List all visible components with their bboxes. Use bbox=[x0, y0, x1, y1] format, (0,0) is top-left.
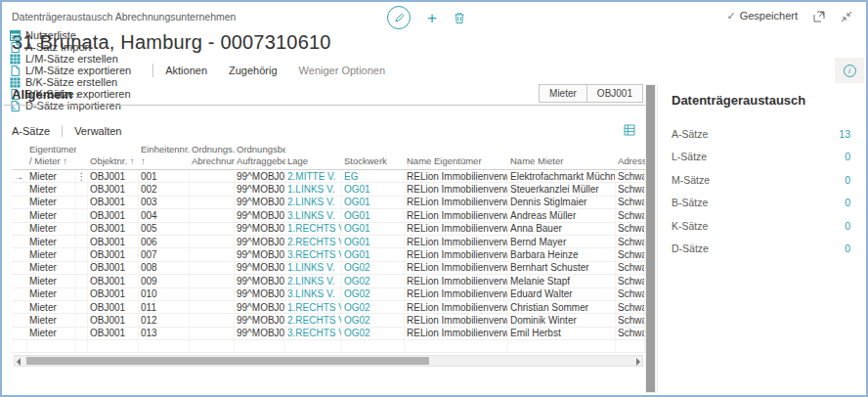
cell-ordnungsbe_auftraggeber[interactable]: 99^MOBJ001... bbox=[235, 248, 285, 260]
row-menu-icon[interactable] bbox=[76, 288, 88, 300]
cell-name_mieter[interactable]: Melanie Stapf bbox=[508, 275, 616, 287]
info-icon[interactable]: i bbox=[844, 65, 856, 77]
cell-einheitennr[interactable]: 002 bbox=[139, 183, 190, 195]
cell-name_mieter[interactable]: Steuerkanzlei Müller bbox=[508, 183, 616, 195]
cell-name_eigentuemer[interactable]: RELion Immobilienverwaltung ... bbox=[405, 170, 508, 182]
factbox-item-value[interactable]: 0 bbox=[845, 151, 850, 162]
row-menu-icon[interactable] bbox=[76, 248, 88, 260]
cell-stockwerk[interactable]: OG02 bbox=[342, 314, 405, 326]
scroll-left-arrow-icon[interactable] bbox=[17, 358, 21, 366]
cell-adresse[interactable]: Schwan bbox=[616, 248, 645, 260]
cell-name_mieter[interactable]: Elektrofachmarkt Müchner Gm... bbox=[508, 170, 616, 182]
row-selector-arrow-icon[interactable] bbox=[12, 248, 27, 260]
delete-button[interactable] bbox=[454, 12, 465, 24]
cell-owner[interactable]: Mieter bbox=[27, 301, 76, 313]
cell-owner[interactable]: Mieter bbox=[27, 262, 76, 274]
cell-objektnr[interactable]: OBJ001 bbox=[88, 288, 139, 300]
row-selector-arrow-icon[interactable] bbox=[12, 314, 27, 326]
row-selector-arrow-icon[interactable] bbox=[12, 301, 27, 313]
row-menu-icon[interactable] bbox=[76, 275, 88, 287]
menu-aktionen[interactable]: Aktionen bbox=[165, 65, 207, 76]
cell-ordnungs_abrechnung[interactable] bbox=[190, 236, 235, 247]
cell-einheitennr[interactable]: 010 bbox=[139, 288, 190, 300]
cell-name_mieter[interactable]: Dominik Winter bbox=[508, 314, 616, 326]
tab-verwalten[interactable]: Verwalten bbox=[74, 125, 121, 137]
cell-name_eigentuemer[interactable]: RELion Immobilienverwaltung ... bbox=[405, 223, 508, 235]
cell-name_eigentuemer[interactable]: RELion Immobilienverwaltung ... bbox=[405, 183, 508, 195]
cell-owner[interactable]: Mieter bbox=[27, 223, 76, 235]
cell-lage[interactable]: 2.MITTE V. bbox=[285, 170, 342, 182]
table-row[interactable]: →Mieter⋮OBJ00100199^MOBJ001...2.MITTE V.… bbox=[12, 170, 645, 183]
cell-lage[interactable]: 2.LINKS V. bbox=[285, 197, 342, 208]
cell-einheitennr[interactable]: 013 bbox=[139, 328, 190, 339]
cell-ordnungsbe_auftraggeber[interactable]: 99^MOBJ001... bbox=[235, 275, 285, 287]
factbox-item-value[interactable]: 13 bbox=[839, 128, 850, 140]
toolbar-lm-saetze-exportieren[interactable]: L/M-Sätze exportieren bbox=[10, 65, 131, 76]
cell-lage[interactable]: 1.RECHTS V. bbox=[285, 301, 342, 313]
table-row[interactable]: MieterOBJ00100799^MOBJ001...3.RECHTS V.O… bbox=[12, 248, 645, 261]
cell-adresse[interactable]: Schwan bbox=[616, 328, 645, 339]
cell-owner[interactable]: Mieter bbox=[27, 197, 76, 208]
cell-einheitennr[interactable]: 005 bbox=[139, 223, 190, 235]
cell-ordnungs_abrechnung[interactable] bbox=[190, 209, 235, 221]
cell-lage[interactable]: 3.LINKS V. bbox=[285, 209, 342, 221]
cell-objektnr[interactable]: OBJ001 bbox=[88, 209, 139, 221]
cell-name_eigentuemer[interactable]: RELion Immobilienverwaltung ... bbox=[405, 328, 508, 339]
cell-objektnr[interactable]: OBJ001 bbox=[88, 223, 139, 235]
cell-ordnungs_abrechnung[interactable] bbox=[190, 288, 235, 300]
cell-ordnungsbe_auftraggeber[interactable]: 99^MOBJ001... bbox=[235, 197, 285, 208]
cell-name_eigentuemer[interactable]: RELion Immobilienverwaltung ... bbox=[405, 248, 508, 260]
cell-owner[interactable]: Mieter bbox=[27, 236, 76, 247]
cell-adresse[interactable]: Schwan bbox=[616, 314, 645, 326]
cell-name_eigentuemer[interactable]: RELion Immobilienverwaltung ... bbox=[405, 314, 508, 326]
objekt-button[interactable]: OBJ001 bbox=[587, 84, 643, 103]
table-row[interactable]: MieterOBJ00100599^MOBJ001...1.RECHTS V.O… bbox=[12, 223, 645, 236]
cell-stockwerk[interactable]: OG02 bbox=[342, 301, 405, 313]
row-menu-icon[interactable] bbox=[76, 183, 88, 195]
cell-ordnungsbe_auftraggeber[interactable]: 99^MOBJ001... bbox=[235, 223, 285, 235]
cell-adresse[interactable]: Schwan bbox=[616, 170, 645, 182]
cell-name_mieter[interactable]: Christian Sommer bbox=[508, 301, 616, 313]
row-selector-arrow-icon[interactable] bbox=[12, 262, 27, 274]
cell-owner[interactable]: Mieter bbox=[27, 183, 76, 195]
cell-ordnungs_abrechnung[interactable] bbox=[190, 170, 235, 182]
less-options-button[interactable]: Weniger Optionen bbox=[299, 65, 385, 76]
new-button[interactable]: + bbox=[427, 10, 437, 26]
column-header-name_eigentuemer[interactable]: Name Eigentümer bbox=[405, 155, 508, 169]
cell-einheitennr[interactable]: 006 bbox=[139, 236, 190, 247]
cell-ordnungsbe_auftraggeber[interactable]: 99^MOBJ001... bbox=[235, 314, 285, 326]
cell-einheitennr[interactable]: 009 bbox=[139, 275, 190, 287]
toolbar-nutzerliste[interactable]: Nutzerliste bbox=[10, 29, 131, 41]
table-row[interactable]: MieterOBJ00100899^MOBJ001...1.LINKS V.OG… bbox=[12, 262, 645, 275]
row-menu-icon[interactable] bbox=[76, 209, 88, 221]
cell-stockwerk[interactable]: OG01 bbox=[342, 223, 405, 235]
menu-zugehoerig[interactable]: Zugehörig bbox=[229, 65, 278, 76]
cell-ordnungs_abrechnung[interactable] bbox=[190, 262, 235, 274]
cell-einheitennr[interactable]: 003 bbox=[139, 197, 190, 208]
cell-owner[interactable]: Mieter bbox=[27, 314, 76, 326]
cell-name_eigentuemer[interactable]: RELion Immobilienverwaltung ... bbox=[405, 301, 508, 313]
cell-ordnungsbe_auftraggeber[interactable]: 99^MOBJ001... bbox=[235, 262, 285, 274]
table-row[interactable]: MieterOBJ00100399^MOBJ001...2.LINKS V.OG… bbox=[12, 197, 645, 209]
column-header-owner[interactable]: Eigentümer / Mieter ↑ bbox=[27, 144, 76, 169]
row-selector-arrow-icon[interactable] bbox=[12, 275, 27, 287]
cell-objektnr[interactable]: OBJ001 bbox=[88, 248, 139, 260]
cell-stockwerk[interactable]: OG01 bbox=[342, 197, 405, 208]
cell-adresse[interactable]: Schwan bbox=[616, 275, 645, 287]
row-selector-arrow-icon[interactable]: → bbox=[12, 170, 27, 182]
factbox-item-value[interactable]: 0 bbox=[845, 174, 850, 186]
mieter-button[interactable]: Mieter bbox=[539, 84, 587, 103]
cell-ordnungsbe_auftraggeber[interactable]: 99^MOBJ001... bbox=[235, 209, 285, 221]
cell-adresse[interactable]: Schwan bbox=[616, 288, 645, 300]
cell-ordnungsbe_auftraggeber[interactable]: 99^MOBJ001... bbox=[235, 183, 285, 195]
cell-owner[interactable]: Mieter bbox=[27, 288, 76, 300]
cell-ordnungs_abrechnung[interactable] bbox=[190, 197, 235, 208]
cell-owner[interactable]: Mieter bbox=[27, 170, 76, 182]
row-menu-icon[interactable] bbox=[76, 197, 88, 208]
cell-name_mieter[interactable]: Bernd Mayer bbox=[508, 236, 616, 247]
column-header-lage[interactable]: Lage bbox=[285, 155, 342, 169]
cell-objektnr[interactable]: OBJ001 bbox=[88, 314, 139, 326]
cell-stockwerk[interactable]: OG01 bbox=[342, 248, 405, 260]
breadcrumb[interactable]: Datenträgeraustausch Abrechnungsunterneh… bbox=[12, 11, 236, 22]
cell-lage[interactable]: 2.LINKS V. bbox=[285, 275, 342, 287]
